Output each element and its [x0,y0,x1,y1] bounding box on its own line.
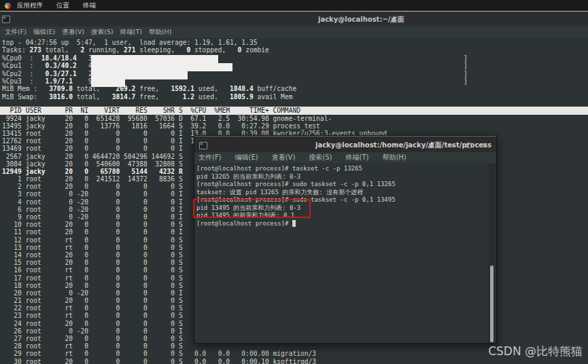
process-row: 30 root 20 0 0 0 0 S 0.0 0.0 0:00.10 kso… [2,358,387,364]
terminal-cursor [292,220,296,227]
popup-menu-item-6[interactable]: 帮助(H) [382,153,406,162]
popup-menu-item-5[interactable]: 终端(T) [346,153,369,162]
terminal-line: [root@localhost process]# sudo taskset -… [196,181,396,189]
csdn-watermark: CSDN @比特熊猫 [488,344,583,359]
process-row: 9924 jacky 20 0 651428 95680 57036 D 67.… [2,115,387,122]
popup-menubar: 文件(F)编辑(E)查看(V)搜索(S)终端(T)帮助(H) [194,152,496,163]
redaction-block [91,79,125,88]
redaction-block [91,55,218,63]
red-highlight-box [193,199,311,218]
terminal-icon [199,142,207,149]
terminal-line: [root@localhost process]# taskset -c -p … [196,165,396,173]
desktop-top-bar: 应用程序位置终端 [0,0,588,11]
main-window-title: jacky@localhost:~/桌面 [318,15,404,24]
close-button[interactable]: × [481,141,488,149]
top-summary-line: top - 04:27:56 up 5:47, 1 user, load ave… [2,39,296,46]
terminal-line: taskset: 设置 pid 13265 的亲和力失败: 没有那个进程 [196,189,396,197]
process-table-header: PID USER PR NI VIRT RES SHR S %CPU %MEM … [0,107,588,115]
popup-menu-item-3[interactable]: 查看(V) [272,153,296,162]
scrollbar-thumb[interactable] [490,266,494,342]
main-menu-item-4[interactable]: 搜索(S) [91,28,113,37]
desktop-menu-2[interactable]: 位置 [56,1,69,10]
process-row: 29 root rt 0 0 0 0 S 0.0 0.0 0:00.00 mig… [2,350,387,357]
window-controls: – □ × [450,136,488,153]
desktop-menu-1[interactable]: 应用程序 [17,1,43,10]
top-summary-line: MiB Swap: 3816.0 total, 3814.7 free, 1.2… [2,93,296,101]
terminal-icon [2,16,10,23]
terminal-line: [root@localhost process]# [196,220,396,228]
applications-menu-icon[interactable] [5,3,11,9]
popup-terminal-window: jacky@localhost:/home/jacky/桌面/test/proc… [194,135,497,344]
redaction-block [91,71,188,79]
top-summary-line: Tasks: 273 total, 2 running, 271 sleepin… [2,46,296,54]
popup-terminal-output: [root@localhost process]# taskset -c -p … [196,165,396,228]
popup-menu-item-4[interactable]: 搜索(S) [309,153,332,162]
popup-menu-item-2[interactable]: 编辑(E) [235,153,258,162]
redaction-block [91,63,232,71]
top-summary-line: MiB Mem : 3709.8 total, 269.2 free, 1592… [2,85,296,92]
main-menu-item-5[interactable]: 终端(T) [120,28,142,37]
main-menu-item-3[interactable]: 查看(V) [62,28,84,37]
desktop-menu-3[interactable]: 终端 [83,1,96,10]
main-menu-item-1[interactable]: 文件(F) [5,28,27,37]
minimize-button[interactable]: – [450,141,457,149]
desktop-menus: 应用程序位置终端 [17,1,109,10]
main-menu-item-2[interactable]: 编辑(E) [33,28,55,37]
main-terminal-menubar: 文件(F)编辑(E)查看(V)搜索(S)终端(T)帮助(H) [0,26,588,38]
process-row: 13495 jacky 20 0 13776 1816 1664 S 39.2 … [2,122,387,130]
popup-titlebar[interactable]: jacky@localhost:/home/jacky/桌面/test/proc… [194,136,496,152]
main-menu-item-6[interactable]: 帮助(H) [149,28,172,37]
desktop: 应用程序位置终端 jacky@localhost:~/桌面 文件(F)编辑(E)… [0,0,588,364]
terminal-line: pid 13265 的当前亲和力列表: 0-3 [196,173,396,181]
popup-menu-item-1[interactable]: 文件(F) [198,153,222,162]
main-terminal-titlebar[interactable]: jacky@localhost:~/桌面 [0,11,588,26]
maximize-button[interactable]: □ [466,141,472,149]
